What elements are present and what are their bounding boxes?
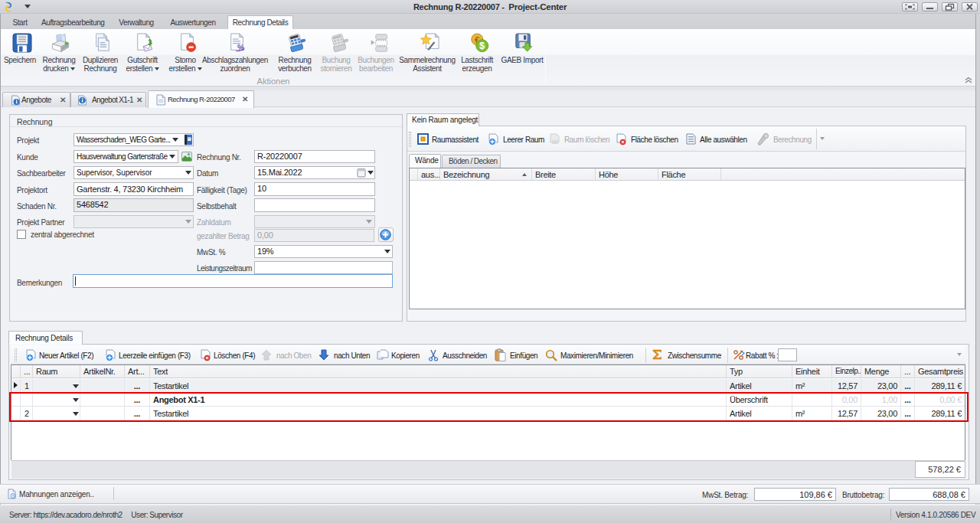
svg-text:$: $ <box>479 41 485 51</box>
